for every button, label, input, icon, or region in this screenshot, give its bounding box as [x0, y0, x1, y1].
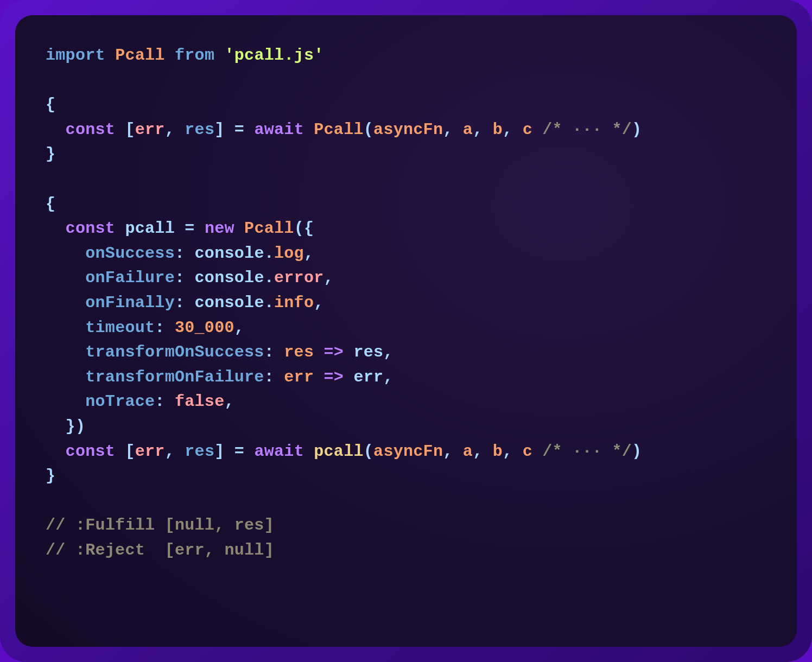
prop-onfinally: onFinally	[85, 294, 175, 312]
string-literal: 'pcall.js'	[225, 46, 324, 65]
arg-asyncfn: asyncFn	[373, 442, 443, 461]
brace-open: {	[304, 219, 314, 238]
bracket-close: ]	[214, 442, 224, 461]
space	[532, 442, 542, 461]
prop-transform-success: transformOnSuccess	[85, 343, 264, 361]
method-error: error	[274, 269, 324, 287]
bool-false: false	[175, 392, 225, 411]
prop-onfailure: onFailure	[85, 269, 175, 287]
arg-a: a	[463, 442, 473, 461]
dot: .	[264, 294, 274, 312]
comma: ,	[224, 392, 234, 411]
class-name: Pcall	[115, 46, 165, 65]
paren-close: )	[632, 442, 642, 461]
comma: ,	[304, 244, 314, 263]
arg-b: b	[493, 120, 503, 139]
paren-open: (	[294, 219, 304, 238]
keyword-new: new	[205, 219, 234, 238]
comma: ,	[473, 442, 493, 461]
dot: .	[264, 269, 274, 287]
class-pcall: Pcall	[244, 219, 294, 238]
arg-asyncfn: asyncFn	[373, 120, 443, 139]
keyword-const: const	[66, 219, 116, 238]
arg-c: c	[523, 120, 532, 139]
comma: ,	[443, 120, 463, 139]
colon: :	[175, 269, 195, 287]
num-timeout: 30_000	[175, 319, 234, 337]
destr-res: res	[185, 442, 214, 461]
equals: =	[175, 219, 205, 238]
keyword-import: import	[46, 46, 105, 65]
paren-close: )	[632, 120, 642, 139]
bracket-close: ]	[214, 120, 224, 139]
param-res: res	[284, 343, 314, 361]
arg-c: c	[523, 442, 532, 461]
paren-close: )	[75, 417, 85, 436]
prop-notrace: noTrace	[85, 392, 155, 411]
keyword-await: await	[254, 442, 304, 461]
brace-open: {	[46, 96, 55, 114]
brace-close: }	[46, 145, 55, 163]
console: console	[195, 244, 264, 263]
comma: ,	[165, 120, 185, 139]
colon: :	[175, 294, 195, 312]
return-res: res	[353, 343, 383, 361]
comma: ,	[383, 343, 393, 361]
comment-inline: /* ··· */	[542, 120, 632, 139]
call-pcall-lc: pcall	[314, 442, 364, 461]
comma: ,	[324, 269, 334, 287]
comma: ,	[234, 319, 244, 337]
equals: =	[225, 120, 255, 139]
comma: ,	[503, 120, 523, 139]
destr-err: err	[135, 442, 165, 461]
comment-fulfill: // :Fulfill [null, res]	[46, 516, 274, 534]
colon: :	[264, 343, 284, 361]
code-panel: import Pcall from 'pcall.js' { const [er…	[15, 15, 797, 647]
prop-onsuccess: onSuccess	[85, 244, 175, 263]
arg-a: a	[463, 120, 473, 139]
comment-reject: // :Reject [err, null]	[46, 541, 274, 559]
param-err: err	[284, 368, 314, 386]
console: console	[195, 294, 264, 312]
comma: ,	[383, 368, 393, 386]
keyword-await: await	[254, 120, 304, 139]
comma: ,	[503, 442, 523, 461]
brace-close: }	[46, 467, 55, 485]
bracket-open: [	[125, 442, 135, 461]
keyword-from: from	[175, 46, 214, 65]
brace-open: {	[46, 195, 55, 213]
prop-transform-failure: transformOnFailure	[85, 368, 264, 386]
dot: .	[264, 244, 274, 263]
colon: :	[155, 319, 175, 337]
colon: :	[175, 244, 195, 263]
keyword-const: const	[66, 120, 116, 139]
bracket-open: [	[125, 120, 135, 139]
destr-res: res	[185, 120, 214, 139]
arrow: =>	[314, 343, 353, 361]
arg-b: b	[493, 442, 503, 461]
colon: :	[155, 392, 175, 411]
keyword-const: const	[66, 442, 116, 461]
brace-close: }	[66, 417, 75, 436]
var-pcall: pcall	[125, 219, 175, 238]
destr-err: err	[135, 120, 165, 139]
outer-frame: import Pcall from 'pcall.js' { const [er…	[0, 0, 812, 662]
comma: ,	[314, 294, 323, 312]
space	[532, 120, 542, 139]
comma: ,	[473, 120, 493, 139]
paren-open: (	[364, 120, 373, 139]
method-log: log	[274, 244, 304, 263]
equals: =	[225, 442, 255, 461]
arrow: =>	[314, 368, 353, 386]
console: console	[195, 269, 264, 287]
prop-timeout: timeout	[85, 319, 155, 337]
paren-open: (	[364, 442, 373, 461]
colon: :	[264, 368, 284, 386]
comma: ,	[165, 442, 185, 461]
comment-inline: /* ··· */	[542, 442, 632, 461]
return-err: err	[353, 368, 383, 386]
method-info: info	[274, 294, 314, 312]
comma: ,	[443, 442, 463, 461]
call-pcall: Pcall	[314, 120, 364, 139]
